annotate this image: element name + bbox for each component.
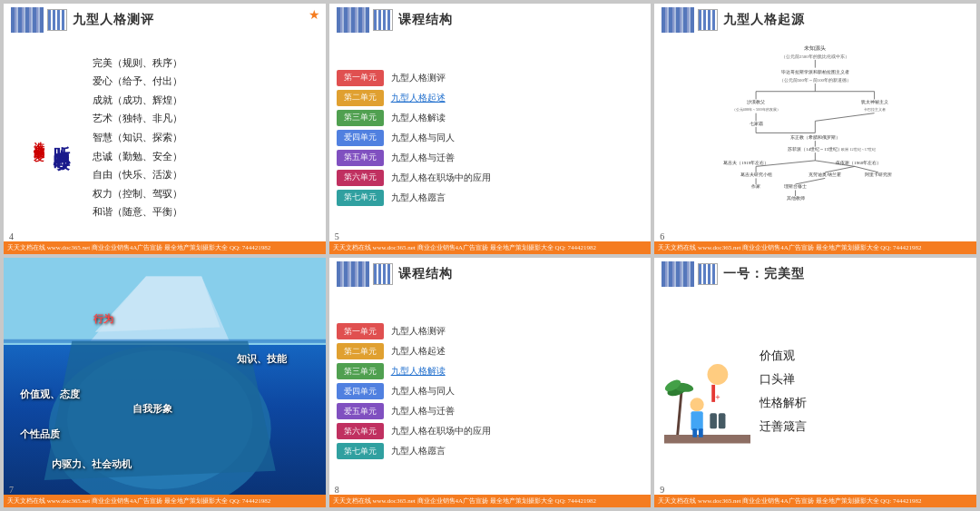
slide-1-item-5: 忠诚（勤勉、安全） <box>93 149 318 165</box>
svg-text:+: + <box>715 393 720 402</box>
label-xingwei: 行为 <box>93 312 113 326</box>
course-row-0: 第一单元九型人格测评 <box>337 323 644 339</box>
course-row-5: 第六单元九型人格在职场中的应用 <box>337 170 644 186</box>
slide-1-bookmark: ★ <box>309 7 320 23</box>
svg-text:卡巴拉主义者: 卡巴拉主义者 <box>864 107 886 112</box>
slide-3-footer: 天天文档在线 www.doc365.net 商业企业销售4A广告宣扬 最全地产策… <box>654 241 976 254</box>
svg-line-30 <box>826 166 856 172</box>
slide-2-content: 第一单元九型人格测评第二单元九型人格起述第三单元九型人格解读爱四单元九型人格与同… <box>329 36 652 254</box>
course-label-3: 九型人格与同人 <box>391 132 455 144</box>
svg-line-46 <box>677 391 681 438</box>
slide-3-title: 九型人格起源 <box>723 12 805 28</box>
slide-6-illustration: + <box>662 341 752 441</box>
slide-5-title: 课程结构 <box>398 266 453 282</box>
slide-3: 九型人格起源 未知源头 （公元前2500年的犹比伦或中东） 毕达哥拉斯学派和新柏… <box>654 4 976 254</box>
course-tag-6: 第七单元 <box>337 443 384 459</box>
slide-2-header: 课程结构 <box>329 4 652 36</box>
slide-2-title: 课程结构 <box>398 12 453 28</box>
slide-2: 课程结构 第一单元九型人格测评第二单元九型人格起述第三单元九型人格解读爱四单元九… <box>329 4 652 254</box>
course-row-2: 第三单元九型人格解读 <box>337 110 644 126</box>
svg-text:沙漠教父: 沙漠教父 <box>747 99 765 104</box>
slide-5-header-img <box>337 261 369 287</box>
slide-6: 一号：完美型 <box>654 258 976 508</box>
course-tag-3: 爱四单元 <box>337 130 384 146</box>
slide-1-big-text: 听从内心呼唤 <box>50 133 73 143</box>
svg-line-15 <box>816 113 875 122</box>
svg-line-35 <box>796 178 826 184</box>
slide-5-footer: 天天文档在线 www.doc365.net 商业企业销售4A广告宣扬 最全地产策… <box>329 495 652 507</box>
svg-line-31 <box>855 166 878 172</box>
course-tag-2: 第三单元 <box>337 110 384 126</box>
svg-rect-60 <box>692 428 697 437</box>
slide-2-stripes <box>373 9 393 31</box>
slide-grid: 九型人格测评 ★ 选出你的最爱 听从内心呼唤 完美（规则、秩序） 爱心（给予、付… <box>0 0 980 511</box>
course-tag-2: 第三单元 <box>337 363 384 379</box>
slide-6-item-3: 迁善箴言 <box>760 418 807 435</box>
svg-rect-59 <box>691 411 702 430</box>
slide-1-choose: 选出你的最爱 <box>31 133 46 143</box>
course-label-2: 九型人格解读 <box>391 365 446 378</box>
course-label-4: 九型人格与迁善 <box>391 405 455 418</box>
course-row-2: 第三单元九型人格解读 <box>337 363 644 379</box>
slide-2-footer: 天天文档在线 www.doc365.net 商业企业销售4A广告宣扬 最全地产策… <box>329 241 652 254</box>
svg-text:依依谢（1960年左右）: 依依谢（1960年左右） <box>837 160 882 165</box>
svg-text:理斯台修士: 理斯台修士 <box>784 183 807 189</box>
slide-1-item-6: 自由（快乐、活泼） <box>93 167 318 183</box>
course-tag-1: 第二单元 <box>337 343 384 359</box>
slide-4-number: 7 <box>9 485 14 495</box>
label-gexing: 个性品质 <box>20 427 60 441</box>
course-tag-4: 爱五单元 <box>337 403 384 419</box>
slide-6-item-2: 性格解析 <box>760 395 807 411</box>
course-label-4: 九型人格与迁善 <box>391 152 455 164</box>
slide-3-number: 6 <box>660 231 664 241</box>
svg-text:苏菲派（14世纪～15世纪）: 苏菲派（14世纪～15世纪） <box>789 146 843 152</box>
course-row-3: 爱四单元九型人格与同人 <box>337 130 644 146</box>
label-neiqudong: 内驱力、社会动机 <box>52 457 132 471</box>
svg-marker-41 <box>95 276 220 331</box>
svg-text:七家霸: 七家霸 <box>750 121 763 126</box>
slide-1-number: 4 <box>9 231 14 241</box>
course-row-4: 第五单元九型人格与迁善 <box>337 150 644 166</box>
svg-rect-56 <box>710 413 717 428</box>
course-row-1: 第二单元九型人格起述 <box>337 90 644 106</box>
slide-5-header: 课程结构 <box>329 258 652 290</box>
slide-6-item-0: 价值观 <box>760 348 807 364</box>
course-tag-1: 第二单元 <box>337 90 384 106</box>
course-tag-3: 爱四单元 <box>337 383 384 399</box>
svg-text:欧洲 12世纪～17世纪: 欧洲 12世纪～17世纪 <box>842 147 877 152</box>
course-label-1: 九型人格起述 <box>391 345 446 358</box>
slide-1-header-img <box>11 7 44 33</box>
course-label-1: 九型人格起述 <box>391 92 446 104</box>
course-row-0: 第一单元九型人格测评 <box>337 70 644 86</box>
slide-1-item-2: 成就（成功、辉煌） <box>93 93 318 109</box>
course-row-4: 爱五单元九型人格与迁善 <box>337 403 644 419</box>
course-label-5: 九型人格在职场中的应用 <box>391 425 491 437</box>
svg-text:（公元前2500年的犹比伦或中东）: （公元前2500年的犹比伦或中东） <box>781 54 849 59</box>
slide-4: 行为 知识、技能 价值观、态度 自我形象 个性品质 内驱力、社会动机 7 天天文… <box>4 258 326 508</box>
slide-5-content: 第一单元九型人格测评第二单元九型人格起述第三单元九型人格解读爱四单元九型人格与同… <box>329 290 652 508</box>
svg-text:（公元400年～500年的发展）: （公元400年～500年的发展） <box>732 107 780 112</box>
slide-2-number: 5 <box>335 231 339 241</box>
slide-1-title: 九型人格测评 <box>73 12 154 28</box>
slide-1-content: 选出你的最爱 听从内心呼唤 完美（规则、秩序） 爱心（给予、付出） 成就（成功、… <box>4 36 326 254</box>
slide-5-stripes <box>373 263 393 285</box>
course-tag-0: 第一单元 <box>337 323 384 339</box>
label-ziwo: 自我形象 <box>132 402 172 416</box>
course-row-6: 第七单元九型人格愿言 <box>337 190 644 206</box>
slide-6-title: 一号：完美型 <box>723 266 805 282</box>
slide-6-content: + 价值观 口头禅 性格解析 迁善箴言 <box>654 290 976 508</box>
slide-1-item-4: 智慧（知识、探索） <box>93 130 318 146</box>
course-row-1: 第二单元九型人格起述 <box>337 343 644 359</box>
slide-6-footer: 天天文档在线 www.doc365.net 商业企业销售4A广告宣扬 最全地产策… <box>654 495 976 507</box>
slide-2-header-img <box>337 7 369 33</box>
slide-1-header: 九型人格测评 ★ <box>4 4 326 36</box>
course-label-6: 九型人格愿言 <box>391 445 446 457</box>
label-zhishi: 知识、技能 <box>237 352 287 366</box>
doctor-child-svg: + <box>664 339 750 444</box>
slide-6-header: 一号：完美型 <box>654 258 976 290</box>
slide-6-number: 9 <box>660 485 664 495</box>
course-row-3: 爱四单元九型人格与同人 <box>337 383 644 399</box>
slide-3-content: 未知源头 （公元前2500年的犹比伦或中东） 毕达哥拉斯学派和新柏拉图主义者 （… <box>654 36 976 254</box>
svg-text:其他教师: 其他教师 <box>787 195 805 201</box>
slide-6-right: 价值观 口头禅 性格解析 迁善箴言 <box>760 348 807 435</box>
